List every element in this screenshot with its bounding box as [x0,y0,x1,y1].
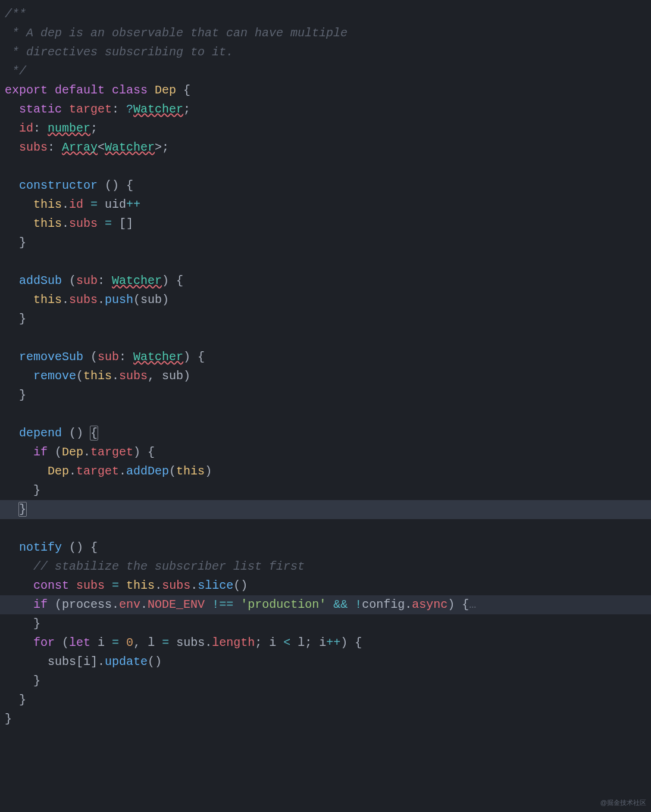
code-token: id [69,198,83,211]
code-line[interactable]: const subs = this.subs.slice() [5,576,646,595]
code-token [5,426,19,440]
code-token: < [283,636,290,649]
code-line[interactable]: } [5,386,646,405]
code-line[interactable]: } [5,672,646,691]
code-token: (sub) [133,293,169,307]
code-token: () { [62,541,98,554]
code-line[interactable]: this.id = uid++ [5,195,646,214]
code-line[interactable]: subs[i].update() [5,652,646,672]
code-token: if [33,598,48,611]
code-token: remove [33,369,76,383]
code-token [5,121,19,135]
code-token: . [140,598,148,611]
code-line[interactable]: * A dep is an observable that can have m… [5,24,646,43]
code-token: this [33,217,62,230]
code-line[interactable] [5,405,646,424]
code-token: ( [62,274,76,288]
code-line[interactable]: remove(this.subs, sub) [5,367,646,386]
code-token: * directives subscribing to it. [5,45,233,59]
code-token: subs [162,579,190,592]
code-token: target [76,464,119,478]
code-line[interactable]: } [0,500,651,519]
code-token: = [112,636,119,649]
code-token [5,293,33,307]
code-token [326,598,333,611]
code-token: = [162,636,169,649]
code-token: // stabilize the subscriber list first [33,560,305,573]
code-token [5,102,19,116]
code-token: ) { [447,598,469,611]
code-line[interactable]: if (Dep.target) { [5,443,646,462]
code-token: let [69,636,90,649]
code-token [5,464,48,478]
code-editor[interactable]: /** * A dep is an observable that can ha… [0,0,651,733]
code-line[interactable]: constructor () { [5,176,646,195]
code-token [105,579,112,592]
code-token: /** [5,7,26,21]
code-token: = [90,198,98,211]
code-token: uid [98,198,126,211]
code-token: this [126,579,155,592]
code-line[interactable]: } [5,310,646,329]
code-token: addSub [19,274,62,288]
code-token: async [412,598,447,611]
code-token: (process. [48,598,119,611]
code-token: */ [5,64,26,78]
code-token: ( [169,464,176,478]
code-line[interactable]: Dep.target.addDep(this) [5,462,646,481]
code-line[interactable]: subs: Array<Watcher>; [5,138,646,157]
code-line[interactable] [5,329,646,348]
code-token: target [69,102,112,116]
code-token [83,198,90,211]
code-line[interactable]: id: number; [5,119,646,138]
code-token [5,445,33,459]
code-token: subs [76,579,105,592]
code-line[interactable]: for (let i = 0, l = subs.length; i < l; … [5,633,646,652]
code-token: . [62,217,69,230]
code-token: ) [205,464,212,478]
code-token: ++ [126,198,140,211]
code-line[interactable]: export default class Dep { [5,81,646,100]
code-token: ( [55,636,69,649]
code-line[interactable]: /** [5,5,646,24]
code-token: Array [62,140,98,154]
code-line[interactable]: this.subs.push(sub) [5,291,646,310]
code-line[interactable] [5,157,646,176]
code-token: class [112,83,148,97]
code-line[interactable]: // stabilize the subscriber list first [5,557,646,576]
code-line[interactable]: if (process.env.NODE_ENV !== 'production… [0,595,651,614]
code-token [5,636,33,649]
code-token: { [176,83,190,97]
code-line[interactable]: */ [5,62,646,81]
code-line[interactable]: notify () { [5,538,646,557]
code-token: () { [98,179,133,192]
code-token: () [148,655,162,669]
code-token: !== [212,598,233,611]
code-token: Watcher [133,350,183,364]
code-token [5,598,33,611]
code-token: for [33,636,55,649]
code-token: . [62,293,69,307]
code-token: length [212,636,255,649]
code-token: subs[i]. [5,655,105,669]
code-line[interactable]: } [5,710,646,729]
code-line[interactable] [5,252,646,271]
code-line[interactable]: addSub (sub: Watcher) { [5,271,646,291]
code-line[interactable]: } [5,691,646,710]
code-token: subs [119,369,148,383]
code-line[interactable]: } [5,614,646,633]
code-line[interactable]: this.subs = [] [5,214,646,233]
code-token: () [233,579,248,592]
code-line[interactable]: } [5,233,646,252]
code-line[interactable]: removeSub (sub: Watcher) { [5,348,646,367]
code-line[interactable]: * directives subscribing to it. [5,43,646,62]
code-token: 'production' [240,598,326,611]
code-line[interactable]: static target: ?Watcher; [5,100,646,119]
code-token [5,560,33,573]
code-token: } [5,674,40,688]
code-line[interactable]: depend () { [5,424,646,443]
code-line[interactable] [5,519,646,538]
code-token [5,198,33,211]
code-token: . [83,445,90,459]
code-line[interactable]: } [5,481,646,500]
